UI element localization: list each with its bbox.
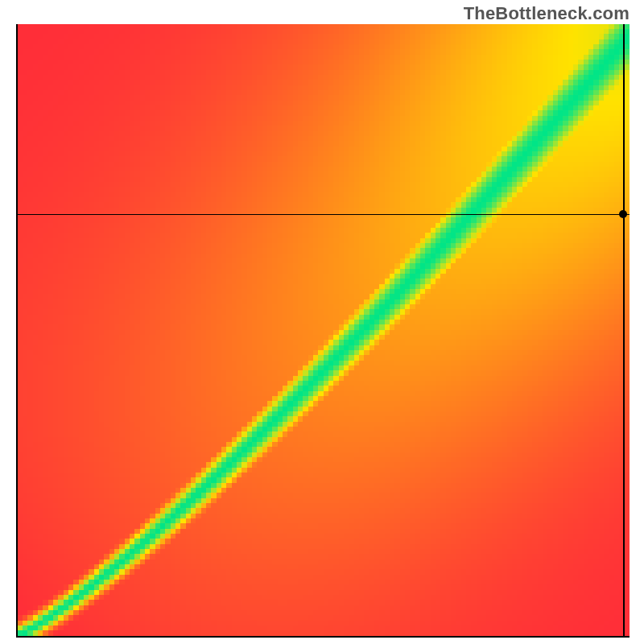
watermark-text: TheBottleneck.com (464, 3, 630, 24)
plot-area (16, 24, 630, 638)
crosshair-horizontal (18, 214, 630, 215)
crosshair-vertical (623, 24, 624, 636)
heatmap-canvas (18, 24, 630, 636)
selection-marker (619, 210, 627, 218)
chart-stage: TheBottleneck.com (0, 0, 644, 644)
